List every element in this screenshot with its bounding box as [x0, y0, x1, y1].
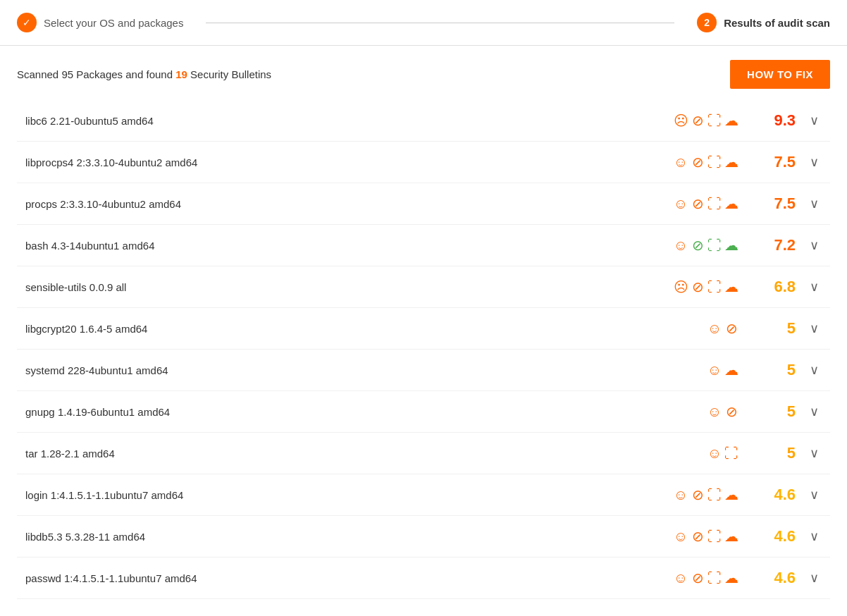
table-row: bash 4.3-14ubuntu1 amd64☺⊘⛶☁7.2∨ — [17, 225, 830, 266]
icons-group: ☺⊘ — [662, 321, 739, 336]
how-to-fix-button[interactable]: HOW TO FIX — [730, 60, 830, 89]
scan-summary: Scanned 95 Packages and found 19 Securit… — [17, 68, 271, 80]
crop-icon: ⛶ — [707, 570, 722, 586]
package-name: login 1:4.1.5.1-1.1ubuntu7 amd64 — [25, 489, 662, 501]
vulnerability-score: 6.8 — [762, 278, 796, 296]
cloud-icon: ☁ — [724, 570, 739, 586]
smile-icon: ☺ — [707, 445, 722, 461]
package-name: libc6 2.21-0ubuntu5 amd64 — [25, 115, 662, 127]
cloud-icon: ☁ — [724, 362, 739, 378]
icons-group: ☺⛶ — [662, 445, 739, 461]
toolbar: Scanned 95 Packages and found 19 Securit… — [0, 46, 847, 100]
package-name: bash 4.3-14ubuntu1 amd64 — [25, 240, 662, 252]
expand-chevron[interactable]: ∨ — [807, 276, 822, 297]
package-name: sensible-utils 0.0.9 all — [25, 281, 662, 293]
sad-icon: ☹ — [673, 279, 688, 295]
crop-icon: ⛶ — [707, 529, 722, 544]
cloud-icon: ☁ — [724, 487, 739, 503]
step-1-icon: ✓ — [17, 13, 37, 32]
table-row: procps 2:3.3.10-4ubuntu2 amd64☺⊘⛶☁7.5∨ — [17, 183, 830, 225]
table-row: libc6 2.21-0ubuntu5 amd64☹⊘⛶☁9.3∨ — [17, 100, 830, 142]
step-divider — [206, 23, 674, 23]
table-row: gnupg 1.4.19-6ubuntu1 amd64☺⊘5∨ — [17, 391, 830, 433]
crop-icon: ⛶ — [707, 113, 722, 128]
no-icon: ⊘ — [690, 570, 705, 586]
expand-chevron[interactable]: ∨ — [807, 443, 822, 464]
smile-icon: ☺ — [707, 321, 722, 336]
expand-chevron[interactable]: ∨ — [807, 567, 822, 589]
no-icon: ⊘ — [724, 321, 739, 336]
package-name: libdb5.3 5.3.28-11 amd64 — [25, 531, 662, 543]
expand-chevron[interactable]: ∨ — [807, 110, 822, 131]
step-2: 2 Results of audit scan — [697, 13, 830, 32]
table-row: login 1:4.1.5.1-1.1ubuntu7 amd64☺⊘⛶☁4.6∨ — [17, 474, 830, 516]
table-row: passwd 1:4.1.5.1-1.1ubuntu7 amd64☺⊘⛶☁4.6… — [17, 558, 830, 599]
package-name: gnupg 1.4.19-6ubuntu1 amd64 — [25, 406, 662, 418]
no-icon: ⊘ — [690, 154, 705, 170]
crop-icon: ⛶ — [707, 487, 722, 503]
crop-icon: ⛶ — [707, 238, 722, 253]
step-2-badge: 2 — [697, 13, 717, 32]
cloud-icon: ☁ — [724, 113, 739, 128]
vulnerability-score: 9.3 — [762, 111, 796, 130]
crop-icon: ⛶ — [707, 196, 722, 211]
expand-chevron[interactable]: ∨ — [807, 318, 822, 339]
vulnerability-score: 7.2 — [762, 236, 796, 254]
package-name: systemd 228-4ubuntu1 amd64 — [25, 364, 662, 376]
crop-icon: ⛶ — [707, 279, 722, 295]
step-2-label: Results of audit scan — [724, 17, 830, 29]
package-list: libc6 2.21-0ubuntu5 amd64☹⊘⛶☁9.3∨libproc… — [0, 100, 847, 599]
vulnerability-score: 7.5 — [762, 153, 796, 171]
icons-group: ☺⊘⛶☁ — [662, 529, 739, 544]
sad-icon: ☹ — [673, 113, 688, 128]
table-row: systemd 228-4ubuntu1 amd64☺☁5∨ — [17, 350, 830, 391]
table-row: sensible-utils 0.0.9 all☹⊘⛶☁6.8∨ — [17, 266, 830, 308]
no-icon: ⊘ — [690, 238, 705, 253]
package-name: libprocps4 2:3.3.10-4ubuntu2 amd64 — [25, 156, 662, 168]
summary-prefix: Scanned 95 Packages and found — [17, 68, 175, 80]
icons-group: ☺⊘⛶☁ — [662, 570, 739, 586]
package-name: libgcrypt20 1.6.4-5 amd64 — [25, 323, 662, 335]
expand-chevron[interactable]: ∨ — [807, 359, 822, 381]
icons-group: ☺⊘⛶☁ — [662, 196, 739, 211]
expand-chevron[interactable]: ∨ — [807, 193, 822, 214]
vulnerability-score: 5 — [762, 444, 796, 462]
package-name: passwd 1:4.1.5.1-1.1ubuntu7 amd64 — [25, 572, 662, 584]
icons-group: ☺⊘⛶☁ — [662, 238, 739, 253]
smile-icon: ☺ — [673, 154, 688, 170]
step-1: ✓ Select your OS and packages — [17, 13, 183, 32]
smile-icon: ☺ — [673, 196, 688, 211]
cloud-icon: ☁ — [724, 238, 739, 253]
expand-chevron[interactable]: ∨ — [807, 235, 822, 256]
vulnerability-score: 5 — [762, 319, 796, 338]
cloud-icon: ☁ — [724, 154, 739, 170]
cloud-icon: ☁ — [724, 196, 739, 211]
vulnerability-score: 5 — [762, 402, 796, 421]
no-icon: ⊘ — [690, 196, 705, 211]
expand-chevron[interactable]: ∨ — [807, 526, 822, 547]
package-name: procps 2:3.3.10-4ubuntu2 amd64 — [25, 198, 662, 210]
no-icon: ⊘ — [690, 529, 705, 544]
icons-group: ☹⊘⛶☁ — [662, 279, 739, 295]
icons-group: ☺☁ — [662, 362, 739, 378]
no-icon: ⊘ — [690, 113, 705, 128]
vulnerability-score: 4.6 — [762, 569, 796, 587]
bulletin-count: 19 — [175, 68, 187, 80]
expand-chevron[interactable]: ∨ — [807, 152, 822, 173]
cloud-icon: ☁ — [724, 529, 739, 544]
no-icon: ⊘ — [690, 487, 705, 503]
package-name: tar 1.28-2.1 amd64 — [25, 448, 662, 460]
crop-icon: ⛶ — [724, 445, 739, 461]
vulnerability-score: 7.5 — [762, 195, 796, 213]
expand-chevron[interactable]: ∨ — [807, 484, 822, 505]
expand-chevron[interactable]: ∨ — [807, 401, 822, 422]
no-icon: ⊘ — [724, 404, 739, 419]
smile-icon: ☺ — [673, 529, 688, 544]
step-1-label: Select your OS and packages — [44, 17, 183, 29]
smile-icon: ☺ — [707, 404, 722, 419]
icons-group: ☺⊘⛶☁ — [662, 154, 739, 170]
no-icon: ⊘ — [690, 279, 705, 295]
crop-icon: ⛶ — [707, 154, 722, 170]
icons-group: ☹⊘⛶☁ — [662, 113, 739, 128]
table-row: libdb5.3 5.3.28-11 amd64☺⊘⛶☁4.6∨ — [17, 516, 830, 558]
